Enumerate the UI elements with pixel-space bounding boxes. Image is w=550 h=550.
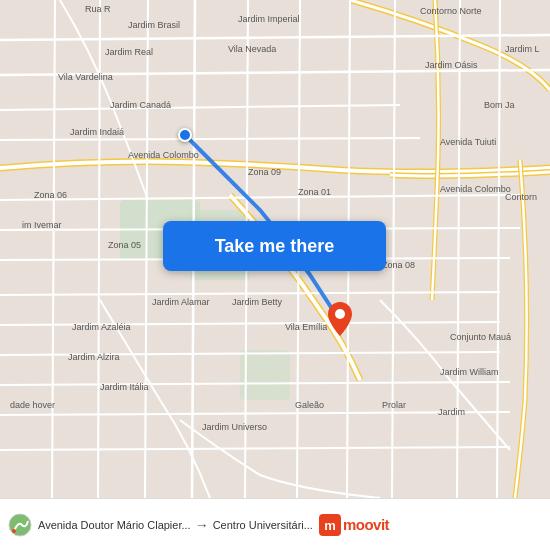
svg-text:im Ivemar: im Ivemar xyxy=(22,220,62,230)
svg-text:Vila Vardelina: Vila Vardelina xyxy=(58,72,113,82)
svg-text:m: m xyxy=(324,518,336,533)
svg-text:Zona 05: Zona 05 xyxy=(108,240,141,250)
osm-logo xyxy=(8,513,32,537)
svg-text:Jardim Real: Jardim Real xyxy=(105,47,153,57)
svg-text:Contorn: Contorn xyxy=(505,192,537,202)
svg-text:Jardim L: Jardim L xyxy=(505,44,540,54)
destination-marker xyxy=(328,302,352,340)
svg-text:Conjunto Mauá: Conjunto Mauá xyxy=(450,332,511,342)
svg-point-66 xyxy=(12,529,16,533)
svg-text:Avenida Tuiuti: Avenida Tuiuti xyxy=(440,137,496,147)
svg-text:Jardim Indaiá: Jardim Indaiá xyxy=(70,127,124,137)
svg-text:Zona 08: Zona 08 xyxy=(382,260,415,270)
svg-text:Vila Emília: Vila Emília xyxy=(285,322,327,332)
svg-text:Jardim Azaléia: Jardim Azaléia xyxy=(72,322,131,332)
moovit-text-label: moovit xyxy=(343,516,389,533)
svg-text:dade hover: dade hover xyxy=(10,400,55,410)
svg-point-64 xyxy=(335,309,345,319)
take-me-there-button[interactable]: Take me there xyxy=(163,221,386,271)
svg-text:Jardim Itália: Jardim Itália xyxy=(100,382,149,392)
svg-text:Rua R: Rua R xyxy=(85,4,111,14)
svg-text:Jardim Brasil: Jardim Brasil xyxy=(128,20,180,30)
svg-text:Jardim William: Jardim William xyxy=(440,367,499,377)
moovit-logo: m moovit xyxy=(319,514,389,536)
svg-text:Vila Nevada: Vila Nevada xyxy=(228,44,276,54)
svg-text:Zona 09: Zona 09 xyxy=(248,167,281,177)
svg-text:Contorno Norte: Contorno Norte xyxy=(420,6,482,16)
svg-text:Avenida Colombo: Avenida Colombo xyxy=(128,150,199,160)
svg-text:Zona 06: Zona 06 xyxy=(34,190,67,200)
svg-text:Prolar: Prolar xyxy=(382,400,406,410)
svg-text:Jardim Betty: Jardim Betty xyxy=(232,297,283,307)
svg-text:Jardim Alamar: Jardim Alamar xyxy=(152,297,210,307)
bottom-address-to: Centro Universitári... xyxy=(213,519,313,531)
svg-text:Jardim: Jardim xyxy=(438,407,465,417)
app: Rua R Jardim Brasil Jardim Imperial Cont… xyxy=(0,0,550,550)
arrow-right-icon: → xyxy=(195,517,209,533)
moovit-icon: m xyxy=(319,514,341,536)
svg-text:Jardim Imperial: Jardim Imperial xyxy=(238,14,300,24)
svg-text:Jardim Universo: Jardim Universo xyxy=(202,422,267,432)
svg-rect-3 xyxy=(240,350,290,400)
bottom-bar: Avenida Doutor Mário Clapier... → Centro… xyxy=(0,498,550,550)
svg-text:Jardim Canadá: Jardim Canadá xyxy=(110,100,171,110)
svg-text:Bom Ja: Bom Ja xyxy=(484,100,515,110)
svg-text:Avenida Colombo: Avenida Colombo xyxy=(440,184,511,194)
svg-text:Jardim Alzira: Jardim Alzira xyxy=(68,352,120,362)
svg-text:Zona 01: Zona 01 xyxy=(298,187,331,197)
svg-point-65 xyxy=(9,514,31,536)
bottom-address-from: Avenida Doutor Mário Clapier... xyxy=(38,519,191,531)
map-container: Rua R Jardim Brasil Jardim Imperial Cont… xyxy=(0,0,550,498)
svg-text:Galeão: Galeão xyxy=(295,400,324,410)
svg-text:Jardim Oásis: Jardim Oásis xyxy=(425,60,478,70)
origin-marker xyxy=(178,128,192,142)
